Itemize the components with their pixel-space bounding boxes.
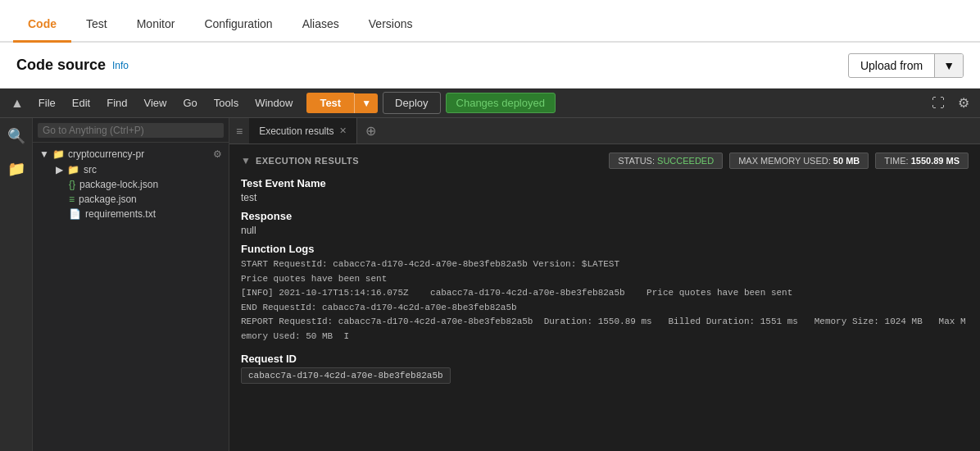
exec-title-row: ▼ EXECUTION RESULTS — [241, 155, 359, 166]
nav-tab-aliases[interactable]: Aliases — [288, 7, 354, 43]
status-badges: STATUS: SUCCEEDED MAX MEMORY USED: 50 MB… — [609, 153, 969, 169]
json-icon: {} — [69, 179, 75, 190]
folder-icon: 📁 — [67, 164, 79, 175]
status-value: SUCCEEDED — [657, 156, 714, 166]
deploy-button[interactable]: Deploy — [383, 92, 440, 114]
code-source-title: Code source Info — [16, 57, 129, 74]
function-logs-value: START RequestId: cabacc7a-d170-4c2d-a70e… — [241, 257, 969, 344]
status-badge: STATUS: SUCCEEDED — [609, 153, 723, 169]
test-button-group: Test ▼ — [306, 93, 378, 113]
search-input[interactable] — [38, 123, 224, 138]
close-tab-icon[interactable]: ✕ — [339, 125, 347, 136]
collapse-icon[interactable]: ▲ — [7, 93, 28, 113]
project-folder[interactable]: ▼ 📁 cryptocurrency-pr — [39, 148, 144, 160]
list-item[interactable]: ▶ 📁 src — [33, 162, 229, 177]
time-badge: TIME: 1550.89 MS — [875, 153, 969, 169]
changes-deployed-badge: Changes deployed — [446, 93, 556, 113]
time-value: 1550.89 MS — [911, 156, 960, 166]
menu-tools[interactable]: Tools — [208, 94, 244, 112]
editor-body: 🔍 📁 ▼ 📁 cryptocurrency-pr ⚙ ▶ — [0, 118, 980, 451]
file-tree: ▼ 📁 cryptocurrency-pr ⚙ ▶ 📁 src {} packa… — [33, 143, 229, 451]
file-label: package-lock.json — [79, 179, 158, 190]
add-tab-icon[interactable]: ⊕ — [357, 118, 384, 144]
explorer-toolbar — [33, 118, 229, 143]
request-id-label: Request ID — [241, 353, 969, 365]
upload-from-arrow-icon[interactable]: ▼ — [934, 54, 963, 77]
exec-header: ▼ EXECUTION RESULTS STATUS: SUCCEEDED MA… — [241, 153, 969, 169]
response-label: Response — [241, 210, 969, 222]
request-id-value: cabacc7a-d170-4c2d-a70e-8be3feb82a5b — [241, 367, 451, 384]
memory-value: 50 MB — [833, 156, 860, 166]
menu-find[interactable]: Find — [101, 94, 133, 112]
tab-execution-results[interactable]: Execution results ✕ — [249, 118, 356, 144]
main-editor: ≡ Execution results ✕ ⊕ ▼ EXECUTION RESU… — [229, 118, 980, 451]
file-explorer: ▼ 📁 cryptocurrency-pr ⚙ ▶ 📁 src {} packa… — [33, 118, 229, 451]
exec-panel-title: EXECUTION RESULTS — [256, 156, 359, 166]
editor-tabs: ≡ Execution results ✕ ⊕ — [229, 118, 980, 144]
upload-from-button[interactable]: Upload from ▼ — [848, 53, 964, 78]
menu-go[interactable]: Go — [177, 94, 202, 112]
nav-tab-configuration[interactable]: Configuration — [189, 7, 287, 43]
project-settings-icon[interactable]: ⚙ — [213, 148, 222, 160]
left-sidebar: 🔍 📁 — [0, 118, 33, 451]
event-name-value: test — [241, 192, 969, 203]
list-item[interactable]: ≡ package.json — [33, 192, 229, 207]
response-value: null — [241, 225, 969, 236]
file-label: package.json — [79, 194, 137, 205]
folder-icon: 📁 — [52, 148, 65, 160]
fullscreen-icon[interactable]: ⛶ — [928, 93, 949, 113]
list-item[interactable]: {} package-lock.json — [33, 177, 229, 192]
json-icon: ≡ — [69, 194, 75, 205]
time-label: TIME: — [884, 156, 908, 166]
menu-window[interactable]: Window — [249, 94, 298, 112]
event-name-label: Test Event Name — [241, 177, 969, 189]
exec-collapse-icon[interactable]: ▼ — [241, 155, 251, 166]
tab-label: Execution results — [259, 125, 333, 137]
editor-container: ▲ File Edit Find View Go Tools Window Te… — [0, 89, 980, 451]
menu-edit[interactable]: Edit — [66, 94, 96, 112]
memory-badge: MAX MEMORY USED: 50 MB — [729, 153, 869, 169]
test-button[interactable]: Test — [306, 93, 354, 113]
test-button-dropdown[interactable]: ▼ — [354, 93, 378, 113]
txt-icon: 📄 — [69, 208, 81, 220]
function-logs-label: Function Logs — [241, 243, 969, 255]
settings-icon[interactable]: ⚙ — [954, 93, 973, 113]
menu-file[interactable]: File — [33, 94, 61, 112]
execution-panel: ▼ EXECUTION RESULTS STATUS: SUCCEEDED MA… — [229, 144, 980, 451]
file-tree-header: ▼ 📁 cryptocurrency-pr ⚙ — [33, 146, 229, 162]
top-nav: Code Test Monitor Configuration Aliases … — [0, 0, 980, 43]
memory-label: MAX MEMORY USED: — [738, 156, 831, 166]
project-name: cryptocurrency-pr — [68, 148, 144, 160]
file-label: requirements.txt — [85, 208, 156, 220]
upload-from-label: Upload from — [849, 54, 934, 77]
status-label: STATUS: — [618, 156, 655, 166]
tab-hamburger-icon[interactable]: ≡ — [229, 120, 249, 143]
nav-tab-code[interactable]: Code — [13, 7, 71, 43]
editor-toolbar: ▲ File Edit Find View Go Tools Window Te… — [0, 89, 980, 118]
nav-tab-test[interactable]: Test — [71, 7, 122, 43]
code-source-bar: Code source Info Upload from ▼ — [0, 43, 980, 89]
sidebar-files-icon[interactable]: 📁 — [3, 156, 29, 182]
info-link[interactable]: Info — [112, 60, 129, 71]
list-item[interactable]: 📄 requirements.txt — [33, 207, 229, 221]
project-folder-arrow: ▼ — [39, 148, 49, 160]
code-source-label: Code source — [16, 57, 106, 74]
folder-arrow-icon: ▶ — [56, 164, 63, 175]
sidebar-search-icon[interactable]: 🔍 — [3, 123, 29, 149]
file-label: src — [84, 164, 97, 175]
menu-view[interactable]: View — [138, 94, 173, 112]
nav-tab-versions[interactable]: Versions — [354, 7, 428, 43]
nav-tab-monitor[interactable]: Monitor — [122, 7, 190, 43]
